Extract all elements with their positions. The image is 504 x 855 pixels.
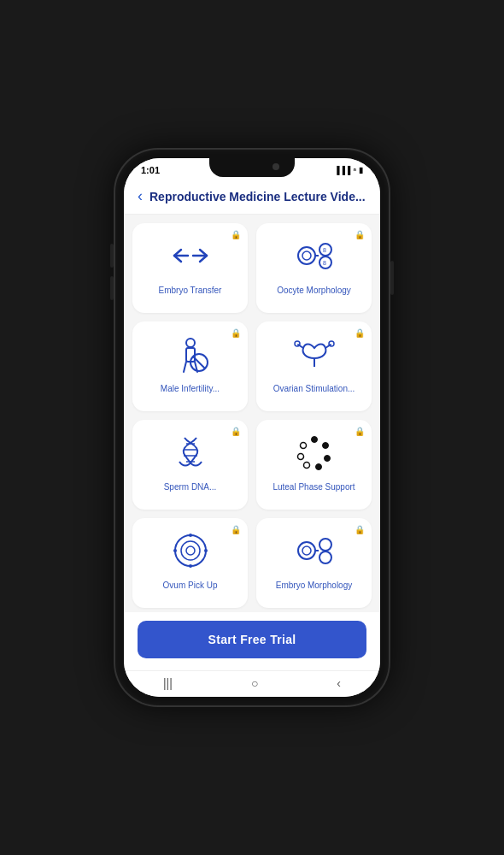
card-luteal-phase[interactable]: 🔒 Luteal Phase Suppor — [256, 420, 372, 510]
svg-point-40 — [319, 551, 331, 563]
svg-point-34 — [173, 549, 177, 552]
oocyte-morphology-icon: 8 8 — [290, 232, 338, 280]
svg-point-32 — [189, 534, 192, 537]
sperm-dna-label: Sperm DNA... — [164, 481, 217, 492]
svg-point-31 — [186, 546, 195, 555]
ovum-pickup-icon — [167, 527, 214, 575]
content-area[interactable]: 🔒 Embryo Transfer 🔒 — [124, 215, 380, 612]
nav-home-icon[interactable]: ○ — [251, 676, 258, 690]
status-icons: ▐▐▐ ⁿ ▮ — [334, 166, 363, 174]
lock-icon: 🔒 — [355, 328, 365, 338]
svg-point-24 — [324, 456, 330, 462]
luteal-phase-icon — [290, 428, 338, 476]
start-trial-button[interactable]: Start Free Trial — [138, 621, 366, 658]
svg-text:8: 8 — [323, 247, 326, 253]
cta-area: Start Free Trial — [124, 612, 380, 670]
battery-icon: ▮ — [359, 166, 363, 174]
vol-down-button — [110, 276, 114, 300]
phone-screen: 1:01 ▐▐▐ ⁿ ▮ ‹ Reproductive Medicine Lec… — [124, 158, 380, 697]
embryo-morphology-label: Embryo Morphology — [276, 580, 352, 591]
wifi-icon: ⁿ — [353, 166, 356, 174]
status-time: 1:01 — [141, 165, 160, 175]
lock-icon: 🔒 — [231, 525, 241, 534]
lock-icon: 🔒 — [355, 230, 365, 239]
embryo-morphology-icon — [290, 527, 338, 575]
lock-icon: 🔒 — [355, 427, 365, 436]
signal-icon: ▐▐▐ — [334, 166, 350, 174]
ovarian-stimulation-label: Ovarian Stimulation... — [273, 383, 355, 394]
svg-point-29 — [175, 535, 206, 566]
card-embryo-morphology[interactable]: 🔒 Embryo Morphology — [256, 518, 372, 608]
svg-point-28 — [300, 443, 306, 449]
phone-frame: 1:01 ▐▐▐ ⁿ ▮ ‹ Reproductive Medicine Lec… — [115, 150, 389, 705]
svg-point-26 — [303, 463, 309, 469]
card-oocyte-morphology[interactable]: 🔒 8 8 Oocyte Morphology — [256, 223, 372, 313]
male-infertility-label: Male Infertility... — [161, 383, 220, 394]
notch — [209, 158, 295, 177]
svg-point-39 — [319, 539, 331, 551]
luteal-phase-label: Luteal Phase Support — [273, 481, 355, 492]
page-title: Reproductive Medicine Lecture Vide... — [149, 190, 366, 203]
nav-back-icon[interactable]: ‹ — [337, 676, 341, 690]
app-header: ‹ Reproductive Medicine Lecture Vide... — [124, 179, 380, 215]
svg-point-1 — [302, 251, 311, 260]
card-ovarian-stimulation[interactable]: 🔒 Ovarian Stimulation... — [256, 321, 372, 411]
svg-point-37 — [302, 546, 311, 555]
embryo-transfer-label: Embryo Transfer — [159, 285, 222, 296]
lock-icon: 🔒 — [355, 525, 365, 534]
male-infertility-icon — [167, 330, 214, 378]
card-embryo-transfer[interactable]: 🔒 Embryo Transfer — [132, 223, 248, 313]
oocyte-morphology-label: Oocyte Morphology — [277, 285, 351, 296]
card-sperm-dna[interactable]: 🔒 Sperm DNA... — [132, 420, 248, 510]
svg-point-36 — [298, 542, 315, 559]
sperm-dna-icon — [167, 428, 214, 476]
svg-point-0 — [298, 247, 315, 264]
svg-point-23 — [322, 443, 328, 449]
power-button — [390, 261, 394, 295]
svg-point-33 — [189, 564, 192, 568]
vol-up-button — [110, 244, 114, 268]
svg-text:8: 8 — [323, 260, 326, 266]
card-male-infertility[interactable]: 🔒 Male Infertility... — [132, 321, 248, 411]
svg-point-7 — [186, 339, 195, 347]
course-grid: 🔒 Embryo Transfer 🔒 — [132, 223, 372, 612]
back-button[interactable]: ‹ — [138, 187, 143, 205]
card-ovum-pickup[interactable]: 🔒 Ovum Pick Up — [132, 518, 248, 608]
camera — [273, 163, 279, 170]
nav-bar: ||| ○ ‹ — [124, 670, 380, 697]
svg-point-27 — [297, 454, 303, 460]
lock-icon: 🔒 — [231, 427, 241, 436]
svg-point-25 — [315, 464, 321, 470]
svg-point-30 — [181, 541, 200, 560]
svg-line-9 — [184, 362, 186, 372]
ovarian-stimulation-icon — [290, 330, 338, 378]
svg-point-22 — [311, 437, 317, 443]
lock-icon: 🔒 — [231, 230, 241, 239]
svg-point-35 — [204, 549, 208, 552]
svg-point-17 — [329, 341, 334, 346]
ovum-pickup-label: Ovum Pick Up — [163, 580, 218, 591]
svg-point-15 — [295, 341, 300, 346]
nav-menu-icon[interactable]: ||| — [163, 676, 173, 690]
lock-icon: 🔒 — [231, 328, 241, 338]
embryo-transfer-icon — [167, 232, 214, 280]
